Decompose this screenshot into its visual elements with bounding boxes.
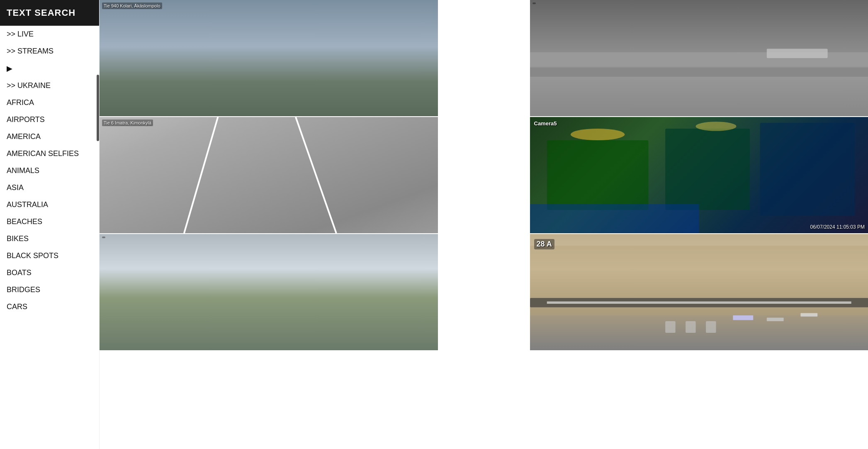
feed-r1-label xyxy=(532,2,536,4)
svg-rect-18 xyxy=(686,321,695,333)
sidebar-item-boats[interactable]: BOATS xyxy=(0,264,99,281)
feed-l2[interactable]: Tie 6 Imatra, Kimonkylä xyxy=(100,117,438,233)
feed-l1-label: Tie 940 Kolari, Äkäslompolo xyxy=(102,2,162,9)
feed-r1[interactable] xyxy=(530,0,868,116)
feed-r3-speed-label: 28 A xyxy=(534,239,554,249)
svg-line-0 xyxy=(184,117,218,233)
sidebar-item-africa[interactable]: AFRICA xyxy=(0,94,99,111)
svg-point-8 xyxy=(570,129,624,140)
svg-rect-3 xyxy=(530,67,868,76)
feed-l3[interactable] xyxy=(100,234,438,350)
sidebar-item-american-selfies[interactable]: AMERICAN SELFIES xyxy=(0,145,99,162)
sidebar-item-bikes[interactable]: BIKES xyxy=(0,230,99,247)
sidebar-item-asia[interactable]: ASIA xyxy=(0,179,99,196)
text-search-button[interactable]: TEXT SEARCH xyxy=(0,0,99,26)
middle-gap xyxy=(439,0,530,449)
svg-rect-14 xyxy=(733,315,753,320)
svg-point-9 xyxy=(695,122,736,131)
feed-r2[interactable]: Camera5 06/07/2024 11:05:03 PM xyxy=(530,117,868,233)
left-feed-column: Tie 940 Kolari, Äkäslompolo Tie 6 Imatra… xyxy=(100,0,438,449)
feed-l1[interactable]: Tie 940 Kolari, Äkäslompolo xyxy=(100,0,438,116)
svg-rect-19 xyxy=(706,321,716,333)
main-content: Tie 940 Kolari, Äkäslompolo Tie 6 Imatra… xyxy=(100,0,868,449)
feed-r2-camera-label: Camera5 xyxy=(534,120,557,127)
feed-r3[interactable]: 28 A xyxy=(530,234,868,350)
sidebar-item-black-spots[interactable]: BLACK SPOTS xyxy=(0,247,99,264)
feed-l3-label xyxy=(102,237,105,238)
svg-line-1 xyxy=(296,117,336,233)
feed-r2-timestamp: 06/07/2024 11:05:03 PM xyxy=(810,224,865,230)
sidebar-item-ukraine[interactable]: >> UKRAINE xyxy=(0,77,99,94)
svg-rect-10 xyxy=(530,204,699,233)
svg-rect-7 xyxy=(760,123,854,216)
sidebar-item-bridges[interactable]: BRIDGES xyxy=(0,281,99,298)
sidebar-item-animals[interactable]: ANIMALS xyxy=(0,162,99,179)
sidebar-item-cars[interactable]: CARS xyxy=(0,298,99,315)
sidebar-item-airports[interactable]: AIRPORTS xyxy=(0,111,99,128)
svg-rect-15 xyxy=(766,318,783,321)
svg-rect-5 xyxy=(547,140,648,210)
svg-rect-13 xyxy=(547,301,851,304)
svg-rect-6 xyxy=(665,129,750,210)
feed-l2-label: Tie 6 Imatra, Kimonkylä xyxy=(102,120,153,126)
sidebar-item-arrow[interactable]: ▶ xyxy=(0,60,99,77)
sidebar: TEXT SEARCH >> LIVE >> STREAMS ▶ >> UKRA… xyxy=(0,0,100,449)
svg-rect-17 xyxy=(665,321,675,333)
sidebar-item-america[interactable]: AMERICA xyxy=(0,128,99,145)
right-feed-column: Camera5 06/07/2024 11:05:03 PM xyxy=(530,0,868,449)
sidebar-item-beaches[interactable]: BEACHES xyxy=(0,213,99,230)
sidebar-item-streams[interactable]: >> STREAMS xyxy=(0,43,99,60)
svg-rect-16 xyxy=(800,313,817,316)
sidebar-item-australia[interactable]: AUSTRALIA xyxy=(0,196,99,213)
sidebar-item-live[interactable]: >> LIVE xyxy=(0,26,99,43)
svg-rect-4 xyxy=(766,49,827,58)
